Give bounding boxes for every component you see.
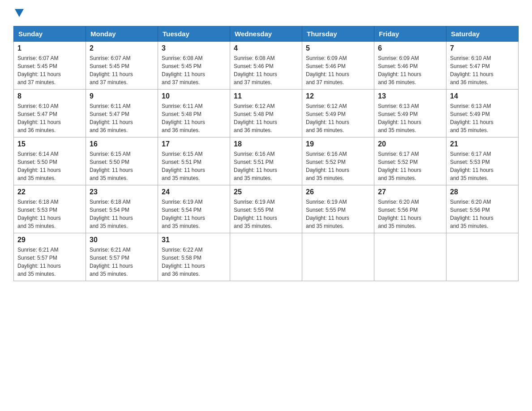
day-number: 22 [17, 188, 82, 196]
logo [13, 9, 25, 17]
weekday-header-wednesday: Wednesday [230, 26, 302, 42]
day-number: 3 [162, 44, 226, 52]
day-number: 19 [306, 140, 370, 148]
calendar-cell: 31 Sunrise: 6:22 AMSunset: 5:58 PMDaylig… [158, 233, 230, 281]
day-number: 1 [17, 44, 82, 52]
day-info: Sunrise: 6:12 AMSunset: 5:49 PMDaylight:… [306, 103, 349, 133]
calendar-cell: 24 Sunrise: 6:19 AMSunset: 5:54 PMDaylig… [158, 185, 230, 233]
day-info: Sunrise: 6:21 AMSunset: 5:57 PMDaylight:… [17, 247, 61, 277]
calendar-cell: 22 Sunrise: 6:18 AMSunset: 5:53 PMDaylig… [14, 185, 86, 233]
calendar-cell: 8 Sunrise: 6:10 AMSunset: 5:47 PMDayligh… [14, 90, 86, 137]
day-info: Sunrise: 6:09 AMSunset: 5:46 PMDaylight:… [306, 55, 349, 86]
weekday-header-tuesday: Tuesday [158, 26, 230, 42]
calendar-cell: 21 Sunrise: 6:17 AMSunset: 5:53 PMDaylig… [446, 137, 519, 185]
calendar-cell: 5 Sunrise: 6:09 AMSunset: 5:46 PMDayligh… [302, 42, 374, 90]
weekday-header-row: SundayMondayTuesdayWednesdayThursdayFrid… [14, 26, 519, 42]
day-number: 9 [90, 92, 154, 100]
day-number: 2 [90, 44, 154, 52]
day-info: Sunrise: 6:13 AMSunset: 5:49 PMDaylight:… [378, 103, 421, 133]
calendar-cell: 20 Sunrise: 6:17 AMSunset: 5:52 PMDaylig… [374, 137, 446, 185]
week-row-5: 29 Sunrise: 6:21 AMSunset: 5:57 PMDaylig… [14, 233, 519, 281]
calendar-cell: 1 Sunrise: 6:07 AMSunset: 5:45 PMDayligh… [14, 42, 86, 90]
day-number: 17 [162, 140, 226, 148]
day-number: 26 [306, 188, 370, 196]
day-info: Sunrise: 6:15 AMSunset: 5:51 PMDaylight:… [162, 151, 205, 181]
day-number: 30 [90, 236, 154, 244]
calendar-cell [302, 233, 374, 281]
day-info: Sunrise: 6:19 AMSunset: 5:55 PMDaylight:… [306, 199, 349, 229]
calendar-cell: 28 Sunrise: 6:20 AMSunset: 5:56 PMDaylig… [446, 185, 519, 233]
day-info: Sunrise: 6:16 AMSunset: 5:51 PMDaylight:… [234, 151, 277, 181]
day-number: 23 [90, 188, 154, 196]
day-info: Sunrise: 6:14 AMSunset: 5:50 PMDaylight:… [17, 151, 61, 181]
day-info: Sunrise: 6:08 AMSunset: 5:46 PMDaylight:… [234, 55, 277, 86]
calendar-cell: 29 Sunrise: 6:21 AMSunset: 5:57 PMDaylig… [14, 233, 86, 281]
day-info: Sunrise: 6:12 AMSunset: 5:48 PMDaylight:… [234, 103, 277, 133]
day-info: Sunrise: 6:18 AMSunset: 5:53 PMDaylight:… [17, 199, 61, 229]
day-number: 27 [378, 188, 442, 196]
day-number: 7 [450, 44, 515, 52]
calendar-cell: 30 Sunrise: 6:21 AMSunset: 5:57 PMDaylig… [86, 233, 158, 281]
week-row-1: 1 Sunrise: 6:07 AMSunset: 5:45 PMDayligh… [14, 42, 519, 90]
day-number: 31 [162, 236, 226, 244]
calendar-cell: 25 Sunrise: 6:19 AMSunset: 5:55 PMDaylig… [230, 185, 302, 233]
day-info: Sunrise: 6:11 AMSunset: 5:47 PMDaylight:… [90, 103, 133, 133]
day-info: Sunrise: 6:11 AMSunset: 5:48 PMDaylight:… [162, 103, 205, 133]
weekday-header-monday: Monday [86, 26, 158, 42]
calendar-cell: 7 Sunrise: 6:10 AMSunset: 5:47 PMDayligh… [446, 42, 519, 90]
weekday-header-thursday: Thursday [302, 26, 374, 42]
day-number: 11 [234, 92, 298, 100]
day-info: Sunrise: 6:17 AMSunset: 5:53 PMDaylight:… [450, 151, 493, 181]
day-number: 29 [17, 236, 82, 244]
day-info: Sunrise: 6:09 AMSunset: 5:46 PMDaylight:… [378, 55, 421, 86]
week-row-3: 15 Sunrise: 6:14 AMSunset: 5:50 PMDaylig… [14, 137, 519, 185]
day-number: 16 [90, 140, 154, 148]
calendar-cell: 3 Sunrise: 6:08 AMSunset: 5:45 PMDayligh… [158, 42, 230, 90]
calendar-cell: 17 Sunrise: 6:15 AMSunset: 5:51 PMDaylig… [158, 137, 230, 185]
calendar-cell: 2 Sunrise: 6:07 AMSunset: 5:45 PMDayligh… [86, 42, 158, 90]
weekday-header-friday: Friday [374, 26, 446, 42]
day-number: 13 [378, 92, 442, 100]
calendar-cell: 15 Sunrise: 6:14 AMSunset: 5:50 PMDaylig… [14, 137, 86, 185]
logo-triangle-icon [15, 9, 24, 17]
calendar-cell: 19 Sunrise: 6:16 AMSunset: 5:52 PMDaylig… [302, 137, 374, 185]
day-number: 25 [234, 188, 298, 196]
day-info: Sunrise: 6:13 AMSunset: 5:49 PMDaylight:… [450, 103, 493, 133]
page-header [13, 9, 519, 17]
day-info: Sunrise: 6:10 AMSunset: 5:47 PMDaylight:… [450, 55, 493, 86]
day-info: Sunrise: 6:07 AMSunset: 5:45 PMDaylight:… [90, 55, 133, 86]
calendar-cell: 10 Sunrise: 6:11 AMSunset: 5:48 PMDaylig… [158, 90, 230, 137]
weekday-header-saturday: Saturday [446, 26, 519, 42]
calendar-cell [446, 233, 519, 281]
day-number: 10 [162, 92, 226, 100]
calendar-cell: 12 Sunrise: 6:12 AMSunset: 5:49 PMDaylig… [302, 90, 374, 137]
day-info: Sunrise: 6:08 AMSunset: 5:45 PMDaylight:… [162, 55, 205, 86]
day-info: Sunrise: 6:19 AMSunset: 5:54 PMDaylight:… [162, 199, 205, 229]
day-info: Sunrise: 6:19 AMSunset: 5:55 PMDaylight:… [234, 199, 277, 229]
day-number: 15 [17, 140, 82, 148]
day-info: Sunrise: 6:20 AMSunset: 5:56 PMDaylight:… [378, 199, 421, 229]
calendar-cell: 13 Sunrise: 6:13 AMSunset: 5:49 PMDaylig… [374, 90, 446, 137]
calendar-cell: 16 Sunrise: 6:15 AMSunset: 5:50 PMDaylig… [86, 137, 158, 185]
calendar-table: SundayMondayTuesdayWednesdayThursdayFrid… [13, 26, 519, 281]
calendar-cell: 23 Sunrise: 6:18 AMSunset: 5:54 PMDaylig… [86, 185, 158, 233]
day-info: Sunrise: 6:17 AMSunset: 5:52 PMDaylight:… [378, 151, 421, 181]
calendar-cell [374, 233, 446, 281]
day-number: 21 [450, 140, 515, 148]
day-number: 14 [450, 92, 515, 100]
day-number: 6 [378, 44, 442, 52]
day-number: 8 [17, 92, 82, 100]
calendar-cell: 18 Sunrise: 6:16 AMSunset: 5:51 PMDaylig… [230, 137, 302, 185]
day-number: 5 [306, 44, 370, 52]
day-info: Sunrise: 6:10 AMSunset: 5:47 PMDaylight:… [17, 103, 61, 133]
weekday-header-sunday: Sunday [14, 26, 86, 42]
day-info: Sunrise: 6:16 AMSunset: 5:52 PMDaylight:… [306, 151, 349, 181]
week-row-4: 22 Sunrise: 6:18 AMSunset: 5:53 PMDaylig… [14, 185, 519, 233]
day-number: 24 [162, 188, 226, 196]
calendar-cell: 6 Sunrise: 6:09 AMSunset: 5:46 PMDayligh… [374, 42, 446, 90]
day-number: 18 [234, 140, 298, 148]
day-info: Sunrise: 6:20 AMSunset: 5:56 PMDaylight:… [450, 199, 493, 229]
day-info: Sunrise: 6:18 AMSunset: 5:54 PMDaylight:… [90, 199, 133, 229]
calendar-cell: 9 Sunrise: 6:11 AMSunset: 5:47 PMDayligh… [86, 90, 158, 137]
calendar-cell: 11 Sunrise: 6:12 AMSunset: 5:48 PMDaylig… [230, 90, 302, 137]
